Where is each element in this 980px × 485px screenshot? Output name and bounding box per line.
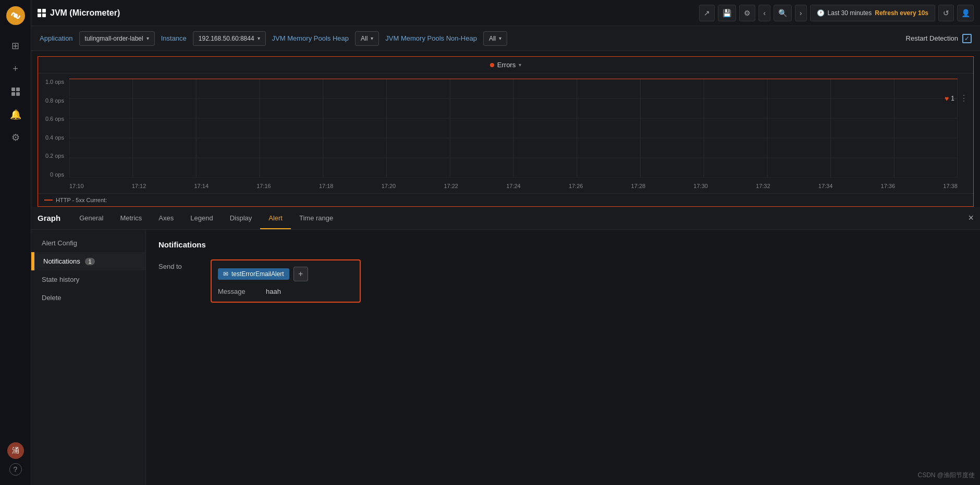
app-title: JVM (Micrometer) — [50, 8, 120, 18]
plus-icon: + — [298, 269, 303, 279]
search-icon: 🔍 — [778, 9, 787, 17]
message-input[interactable] — [266, 288, 353, 295]
legend-line-icon — [44, 200, 53, 201]
instance-select[interactable]: 192.168.50.60:8844 ▾ — [193, 31, 266, 46]
sidebar-icon-bell[interactable]: 🔔 — [6, 105, 25, 124]
settings-button[interactable]: ⚙ — [739, 5, 755, 21]
message-row: Message — [218, 288, 353, 295]
x-label-9: 17:26 — [569, 183, 583, 189]
nonheap-select[interactable]: All ▾ — [483, 31, 507, 46]
svg-rect-2 — [11, 88, 15, 91]
nav-item-notifications-label: Notifications — [43, 257, 80, 265]
sidebar-icon-panels[interactable] — [6, 82, 25, 101]
tab-alert[interactable]: Alert — [260, 208, 291, 229]
y-axis-labels: 1.0 ops 0.8 ops 0.6 ops 0.4 ops 0.2 ops … — [38, 79, 68, 178]
tag-button-testErrorEmailAlert[interactable]: ✉ testErrorEmailAlert — [218, 268, 289, 280]
heap-value: All — [361, 35, 368, 42]
nav-item-delete[interactable]: Delete — [31, 289, 145, 307]
search-button[interactable]: 🔍 — [774, 5, 792, 21]
restart-detection-label: Restart Detection — [906, 34, 958, 42]
envelope-icon: ✉ — [223, 270, 228, 278]
sidebar-icon-grid[interactable]: ⊞ — [6, 36, 25, 55]
chevron-down-icon-4: ▾ — [499, 35, 501, 41]
notifications-box: ✉ testErrorEmailAlert + Message — [211, 259, 361, 303]
topbar: JVM (Micrometer) ↗ 💾 ⚙ ‹ 🔍 › 🕐 L — [31, 0, 980, 26]
close-button[interactable]: × — [968, 213, 974, 223]
clock-icon: 🕐 — [817, 9, 825, 17]
restart-detection-button[interactable]: Restart Detection ✓ — [906, 34, 972, 43]
x-label-15: 17:38 — [943, 183, 958, 189]
gear-icon: ⚙ — [744, 9, 751, 17]
tab-time-range[interactable]: Time range — [291, 208, 341, 229]
x-label-6: 17:20 — [382, 183, 396, 189]
tab-display[interactable]: Display — [222, 208, 261, 229]
notifications-title: Notifications — [158, 240, 967, 249]
heap-select[interactable]: All ▾ — [355, 31, 379, 46]
share-icon: ↗ — [704, 9, 710, 17]
share-button[interactable]: ↗ — [699, 5, 715, 21]
chart-kebab-menu[interactable]: ⋮ — [960, 93, 968, 103]
application-value: tulingmall-order-label — [85, 35, 143, 42]
app-logo[interactable] — [5, 5, 26, 26]
save-button[interactable]: 💾 — [718, 5, 736, 21]
x-label-14: 17:36 — [881, 183, 896, 189]
x-label-1: 17:10 — [69, 183, 84, 189]
x-label-2: 17:12 — [132, 183, 146, 189]
nav-item-alert-config[interactable]: Alert Config — [31, 234, 145, 252]
send-to-content: ✉ testErrorEmailAlert + — [218, 267, 353, 281]
time-range-selector[interactable]: 🕐 Last 30 minutes Refresh every 10s — [810, 5, 935, 21]
restart-detection-checkbox[interactable]: ✓ — [962, 34, 972, 43]
user-button[interactable]: 👤 — [957, 5, 974, 21]
chevron-down-icon-3: ▾ — [371, 35, 373, 41]
application-select[interactable]: tulingmall-order-label ▾ — [79, 31, 155, 46]
refresh-label: Refresh every 10s — [875, 9, 928, 17]
nav-item-delete-label: Delete — [42, 294, 62, 302]
chart-body: 1.0 ops 0.8 ops 0.6 ops 0.4 ops 0.2 ops … — [38, 73, 973, 193]
tab-metrics[interactable]: Metrics — [112, 208, 150, 229]
x-label-5: 17:18 — [319, 183, 334, 189]
y-label-3: 0.6 ops — [45, 116, 64, 122]
chart-options-icon[interactable]: ▾ — [519, 62, 521, 68]
add-notification-button[interactable]: + — [293, 267, 308, 281]
refresh-icon: ↺ — [943, 9, 949, 17]
chart-badge: ♥ 1 — [945, 94, 954, 103]
sidebar: ⊞ + 🔔 ⚙ 涌 ? — [0, 0, 31, 485]
tab-axes[interactable]: Axes — [150, 208, 182, 229]
graph-title: Graph — [38, 214, 60, 222]
message-label: Message — [218, 288, 260, 295]
chart-svg — [69, 79, 958, 178]
nav-left-button[interactable]: ‹ — [758, 5, 770, 21]
notifications-badge: 1 — [85, 258, 94, 265]
send-to-row: Send to ✉ testErrorEmailAlert + — [158, 259, 967, 303]
chart-title: Errors — [497, 61, 516, 69]
nav-item-state-history-label: State history — [42, 276, 79, 283]
sidebar-icon-help[interactable]: ? — [9, 463, 22, 476]
avatar[interactable]: 涌 — [7, 442, 24, 459]
nonheap-label: JVM Memory Pools Non-Heap — [385, 34, 477, 42]
y-label-1: 1.0 ops — [45, 79, 64, 85]
x-label-4: 17:16 — [256, 183, 271, 189]
nav-item-state-history[interactable]: State history — [31, 270, 145, 289]
chevron-left-icon: ‹ — [763, 9, 766, 17]
nav-item-notifications[interactable]: Notifications 1 — [31, 252, 145, 270]
svg-rect-4 — [11, 92, 15, 96]
sidebar-icon-add[interactable]: + — [6, 59, 25, 78]
legend-text: HTTP - 5xx Current: — [56, 197, 107, 203]
panel-section: Graph General Metrics Axes Legend Displa… — [31, 207, 980, 485]
nav-right-button[interactable]: › — [795, 5, 807, 21]
sidebar-bottom: 涌 ? — [7, 442, 24, 485]
filterbar: Application tulingmall-order-label ▾ Ins… — [31, 26, 980, 51]
x-label-3: 17:14 — [194, 183, 209, 189]
y-label-6: 0 ops — [50, 171, 64, 178]
main-content: JVM (Micrometer) ↗ 💾 ⚙ ‹ 🔍 › 🕐 L — [31, 0, 980, 485]
tab-legend[interactable]: Legend — [182, 208, 221, 229]
send-to-label: Send to — [158, 259, 211, 270]
graph-tabs: General Metrics Axes Legend Display Aler… — [71, 208, 341, 229]
refresh-button[interactable]: ↺ — [938, 5, 954, 21]
tab-general[interactable]: General — [71, 208, 112, 229]
instance-label: Instance — [161, 34, 187, 42]
tag-label: testErrorEmailAlert — [231, 270, 284, 278]
watermark: CSDN @渔阳节度使 — [917, 471, 975, 480]
sidebar-icon-settings[interactable]: ⚙ — [6, 128, 25, 147]
heap-label: JVM Memory Pools Heap — [272, 34, 349, 42]
